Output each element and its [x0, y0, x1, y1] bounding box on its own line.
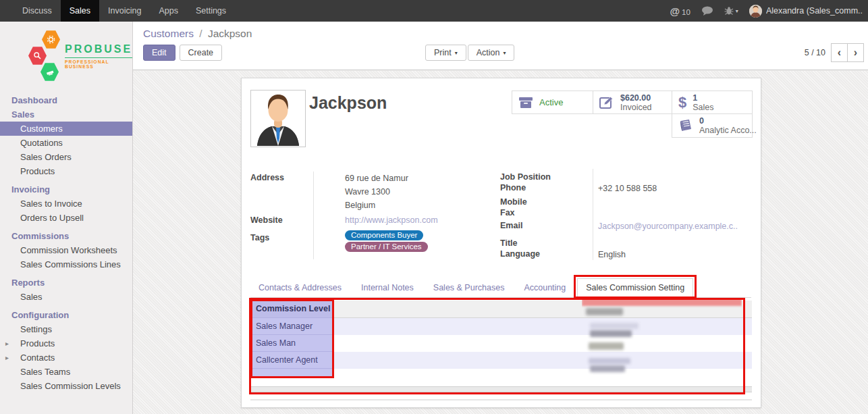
print-dropdown-button[interactable]: Print ▾	[425, 45, 466, 61]
chat-bubble-icon	[701, 6, 713, 16]
breadcrumb-customers-link[interactable]: Customers	[143, 28, 194, 39]
pager: 5 / 10 ‹ ›	[805, 43, 864, 62]
sidebar-nav: Dashboard Sales Customers Quotations Sal…	[0, 93, 132, 393]
sheet-divider	[250, 399, 752, 400]
breadcrumb-current: Jackpson	[208, 28, 252, 39]
archive-box-icon	[518, 97, 533, 109]
address-country: Belgium	[345, 201, 375, 210]
redacted-text-blob	[589, 358, 630, 364]
sidebar-item-quotations[interactable]: Quotations	[0, 136, 132, 150]
logo-title: PROBUSE	[65, 43, 132, 55]
logo-tool-hexagon-icon	[40, 62, 59, 82]
commission-level-cell[interactable]: Callcenter Agent	[252, 352, 332, 369]
sidebar-item-sales-to-invoice[interactable]: Sales to Invoice	[0, 197, 132, 211]
tab-label: Sales Commission Setting	[586, 283, 684, 292]
commission-level-cell[interactable]: Sales Manager	[252, 318, 332, 335]
main-content: Jackpson Active $620.00 Invoiced	[133, 71, 868, 414]
logo-gear-hexagon-icon	[42, 30, 60, 49]
user-avatar	[749, 5, 762, 18]
mobile-label: Mobile	[500, 197, 527, 207]
debug-menu-button[interactable]: ▾	[724, 6, 738, 16]
customer-photo	[250, 90, 306, 147]
sidebar-heading-commissions: Commissions	[0, 229, 132, 243]
menu-invoicing[interactable]: Invoicing	[99, 0, 150, 22]
user-menu[interactable]: Alexandra (Sales_comm..	[749, 5, 863, 18]
menu-discuss[interactable]: Discuss	[13, 0, 61, 22]
sidebar-item-reports-sales[interactable]: Sales	[0, 290, 132, 304]
sidebar-item-customers[interactable]: Customers	[0, 122, 132, 136]
at-icon: @	[670, 5, 680, 17]
language-label: Language	[500, 249, 540, 259]
top-navbar: Discuss Sales Invoicing Apps Settings @ …	[0, 0, 868, 22]
breadcrumb-separator: /	[199, 28, 202, 39]
commission-level-empty-cell[interactable]	[252, 369, 332, 378]
print-label: Print	[434, 48, 452, 57]
pager-next-button[interactable]: ›	[847, 43, 864, 62]
fax-label: Fax	[500, 208, 515, 217]
address-street: 69 rue de Namur	[345, 174, 408, 183]
language-value: English	[598, 250, 626, 259]
tab-contacts-addresses[interactable]: Contacts & Addresses	[250, 279, 350, 297]
analytic-accounts-stat-button[interactable]: 0 Analytic Acco...	[672, 113, 753, 138]
tab-sales-commission-setting[interactable]: Sales Commission Setting	[577, 278, 693, 298]
caret-down-icon: ▾	[503, 50, 506, 56]
analytic-label: Analytic Acco...	[699, 126, 757, 135]
edit-button[interactable]: Edit	[143, 45, 175, 61]
bug-icon	[724, 6, 734, 16]
commission-level-header[interactable]: Commission Level	[252, 301, 332, 318]
sidebar-item-sales-commissions-lines[interactable]: Sales Commissions Lines	[0, 257, 132, 271]
sales-stat-button[interactable]: $ 1 Sales	[672, 90, 753, 114]
sidebar-item-products[interactable]: Products	[0, 164, 132, 178]
sidebar-item-sales-teams[interactable]: Sales Teams	[0, 365, 132, 379]
sidebar-item-config-contacts[interactable]: ▸ Contacts	[0, 351, 132, 365]
sidebar-item-commission-worksheets[interactable]: Commission Worksheets	[0, 243, 132, 257]
sidebar-heading-sales: Sales	[0, 107, 132, 122]
tab-internal-notes[interactable]: Internal Notes	[353, 279, 422, 297]
menu-sales[interactable]: Sales	[61, 0, 99, 22]
menu-apps[interactable]: Apps	[150, 0, 187, 22]
commission-level-cell[interactable]: Sales Man	[252, 335, 332, 352]
sidebar-heading-dashboard: Dashboard	[0, 93, 132, 107]
active-archive-button[interactable]: Active	[512, 90, 593, 114]
sidebar-item-orders-to-upsell[interactable]: Orders to Upsell	[0, 211, 132, 225]
invoiced-label: Invoiced	[620, 103, 652, 112]
customer-form-sheet: Jackpson Active $620.00 Invoiced	[241, 78, 761, 408]
sales-label: Sales	[693, 103, 713, 112]
sidebar-item-sales-commission-levels[interactable]: Sales Commission Levels	[0, 379, 132, 393]
notebook-tabs: Contacts & Addresses Internal Notes Sale…	[250, 279, 751, 298]
sidebar-item-config-products[interactable]: ▸ Products	[0, 336, 132, 351]
create-button[interactable]: Create	[180, 45, 223, 61]
app-window: Discuss Sales Invoicing Apps Settings @ …	[0, 0, 868, 414]
pager-counter: 5 / 10	[805, 48, 825, 57]
pager-previous-button[interactable]: ‹	[831, 43, 848, 62]
invoiced-stat-button[interactable]: $620.00 Invoiced	[593, 90, 672, 114]
website-label: Website	[250, 215, 283, 225]
record-buttons: Edit Create	[143, 45, 222, 61]
expand-arrow-icon[interactable]: ▸	[5, 353, 9, 363]
invoice-pencil-icon	[599, 96, 614, 109]
sidebar-item-label: Products	[20, 338, 55, 348]
tag-partner-it-services: Partner / IT Services	[345, 242, 428, 252]
sidebar-item-settings[interactable]: Settings	[0, 322, 132, 336]
menu-settings[interactable]: Settings	[187, 0, 235, 22]
mentions-counter[interactable]: @ 10	[670, 5, 690, 17]
title-label: Title	[500, 238, 517, 248]
website-link[interactable]: http://www.jackpson.com	[345, 215, 438, 225]
email-link[interactable]: Jackpson@yourcompany.example.c..	[598, 222, 738, 231]
action-dropdown-button[interactable]: Action ▾	[468, 45, 515, 61]
tab-accounting[interactable]: Accounting	[516, 279, 574, 297]
control-panel: Customers / Jackpson Edit Create Print ▾…	[133, 22, 868, 70]
logo-magnifier-hexagon-icon	[28, 46, 47, 66]
sidebar-heading-invoicing: Invoicing	[0, 182, 132, 197]
sidebar: PROBUSE PROFESSIONAL BUSINESS Dashboard …	[0, 22, 133, 414]
address-label: Address	[250, 173, 284, 182]
active-status-label: Active	[539, 97, 563, 107]
phone-value: +32 10 588 558	[598, 184, 657, 193]
redacted-text-blob	[589, 342, 624, 350]
sidebar-item-label: Contacts	[20, 353, 55, 363]
sidebar-item-sales-orders[interactable]: Sales Orders	[0, 150, 132, 164]
messages-button[interactable]	[701, 6, 713, 16]
caret-down-icon: ▾	[736, 8, 738, 14]
tab-sales-purchases[interactable]: Sales & Purchases	[425, 279, 513, 297]
expand-arrow-icon[interactable]: ▸	[5, 338, 9, 348]
